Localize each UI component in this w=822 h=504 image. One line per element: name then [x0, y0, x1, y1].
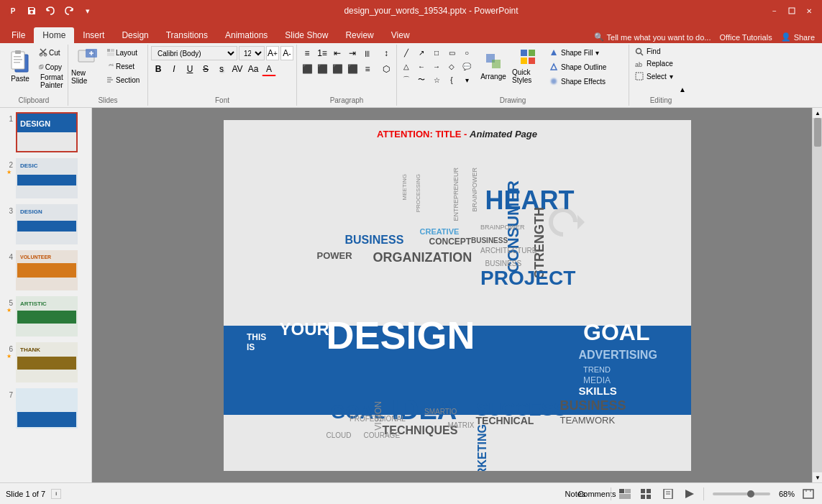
font-family-select[interactable]: Calibri (Body)	[151, 46, 237, 60]
ribbon-collapse-button[interactable]: ▲	[675, 83, 690, 96]
scroll-track[interactable]	[813, 118, 822, 472]
convert-to-smartart-button[interactable]: ⬡	[379, 62, 393, 76]
bullets-button[interactable]: ≡	[300, 46, 314, 60]
format-painter-button[interactable]: Format Painter	[37, 75, 63, 88]
slide-thumbnail-2[interactable]: DESIC	[16, 158, 78, 198]
close-button[interactable]: ✕	[802, 4, 816, 18]
left-arrow-shape[interactable]: ←	[415, 60, 428, 73]
replace-button[interactable]: ab Replace	[632, 58, 690, 69]
slide-thumb-4[interactable]: 4 VOLUNTEER	[3, 249, 88, 292]
right-arrow-shape[interactable]: →	[430, 60, 443, 73]
slide-thumb-5[interactable]: 5 ★ ARTISTIC	[3, 295, 88, 338]
brace-shape[interactable]: {	[445, 73, 458, 86]
underline-button[interactable]: U	[183, 62, 197, 76]
select-button[interactable]: Select▾	[632, 71, 690, 82]
slide-thumb-3[interactable]: 3 DESIGN	[3, 203, 88, 246]
tab-slideshow[interactable]: Slide Show	[276, 27, 337, 43]
tab-transitions[interactable]: Transitions	[157, 27, 216, 43]
strikethrough-button[interactable]: S	[198, 62, 213, 76]
slide-thumb-2[interactable]: 2 ★ DESIC	[3, 157, 88, 200]
slide-thumbnail-4[interactable]: VOLUNTEER	[16, 250, 78, 290]
undo-button[interactable]	[43, 4, 58, 18]
more-shapes[interactable]: ▾	[460, 73, 473, 86]
reading-view-button[interactable]	[660, 486, 676, 502]
star-shape[interactable]: ☆	[430, 73, 443, 86]
slide-sorter-button[interactable]	[639, 486, 654, 502]
comments-button[interactable]: Comments	[589, 486, 605, 502]
slide-thumbnail-1[interactable]: DESIGN	[16, 112, 78, 152]
slide-thumbnail-6[interactable]: THANK	[16, 342, 78, 382]
section-button[interactable]: Section	[104, 73, 145, 86]
search-help[interactable]: 🔍 Tell me what you want to do...	[594, 32, 711, 42]
slide-thumb-7[interactable]: 7	[3, 387, 88, 430]
align-right-button[interactable]: ⬛	[330, 62, 344, 76]
text-direction-button[interactable]: ↕	[379, 46, 393, 60]
oval-shape[interactable]: ○	[460, 46, 473, 59]
cut-button[interactable]: Cut	[37, 46, 63, 59]
redo-button[interactable]	[62, 4, 76, 18]
quick-styles-button[interactable]: Quick Styles	[512, 46, 544, 86]
justify-button[interactable]: ⬛	[345, 62, 360, 76]
paste-button[interactable]: Paste	[4, 46, 36, 86]
arrange-button[interactable]: Arrange	[478, 46, 509, 86]
scroll-up-button[interactable]: ▲	[813, 108, 822, 118]
normal-view-button[interactable]	[617, 486, 633, 502]
font-size-select[interactable]: 12	[239, 46, 265, 60]
triangle-shape[interactable]: △	[400, 60, 413, 73]
reset-button[interactable]: Reset	[104, 60, 145, 73]
callout-shape[interactable]: 💬	[460, 60, 473, 73]
slide-info-button[interactable]: i	[51, 489, 61, 499]
minimize-button[interactable]: −	[767, 4, 782, 18]
italic-button[interactable]: I	[167, 62, 181, 76]
align-center-button[interactable]: ⬛	[315, 62, 329, 76]
diamond-shape[interactable]: ◇	[445, 60, 458, 73]
tab-insert[interactable]: Insert	[74, 27, 113, 43]
tutorials-link[interactable]: Office Tutorials	[719, 33, 772, 42]
layout-button[interactable]: Layout	[104, 46, 145, 59]
rect-shape[interactable]: □	[430, 46, 443, 59]
bold-button[interactable]: B	[151, 62, 165, 76]
slide-thumbnail-5[interactable]: ARTISTIC	[16, 296, 78, 336]
share-button[interactable]: 👤 Share	[781, 32, 815, 42]
slide-show-button[interactable]	[682, 486, 698, 502]
line-spacing-button[interactable]: ≡	[360, 62, 375, 76]
text-shadow-button[interactable]: s	[214, 62, 229, 76]
fit-slide-button[interactable]	[800, 486, 816, 502]
decrease-indent-button[interactable]: ⇤	[330, 46, 344, 60]
line-shape[interactable]: ╱	[400, 46, 413, 59]
numbering-button[interactable]: 1≡	[315, 46, 329, 60]
vertical-scrollbar[interactable]: ▲ ▼	[812, 108, 822, 482]
slide-thumbnail-3[interactable]: DESIGN	[16, 204, 78, 244]
tab-file[interactable]: File	[3, 27, 34, 43]
increase-indent-button[interactable]: ⇥	[345, 46, 360, 60]
increase-font-button[interactable]: A+	[266, 46, 279, 60]
slide-thumb-6[interactable]: 6 ★ THANK	[3, 341, 88, 384]
slide-thumbnail-7[interactable]	[16, 388, 78, 429]
tab-animations[interactable]: Animations	[216, 27, 276, 43]
zoom-slider[interactable]	[713, 492, 770, 495]
slide-thumb-1[interactable]: 1 DESIGN	[3, 111, 88, 154]
arrow-shape[interactable]: ↗	[415, 46, 428, 59]
copy-button[interactable]: Copy	[37, 60, 63, 73]
columns-button[interactable]: ⫼	[360, 46, 375, 60]
tab-design[interactable]: Design	[113, 27, 157, 43]
find-button[interactable]: Find	[632, 46, 690, 57]
shape-effects-button[interactable]: Shape Effects	[547, 75, 626, 88]
decrease-font-button[interactable]: A-	[280, 46, 293, 60]
font-color-button[interactable]: A	[262, 62, 276, 76]
shape-fill-button[interactable]: Shape Fill▾	[547, 46, 626, 59]
tab-home[interactable]: Home	[34, 27, 74, 43]
scroll-thumb[interactable]	[814, 118, 821, 147]
tab-view[interactable]: View	[383, 27, 419, 43]
curve-shape[interactable]: ⌒	[400, 73, 413, 86]
new-slide-button[interactable]: New Slide	[71, 46, 103, 86]
tab-review[interactable]: Review	[337, 27, 382, 43]
shape-outline-button[interactable]: Shape Outline	[547, 60, 626, 73]
align-left-button[interactable]: ⬛	[300, 62, 314, 76]
canvas-area[interactable]: ATTENTION: TITLE - Animated Page ENTREPR…	[92, 108, 822, 482]
zoom-thumb[interactable]	[747, 490, 754, 498]
restore-button[interactable]	[785, 4, 799, 18]
freeform-shape[interactable]: 〜	[415, 73, 428, 86]
rounded-rect-shape[interactable]: ▭	[445, 46, 458, 59]
character-spacing-button[interactable]: AV	[230, 62, 245, 76]
